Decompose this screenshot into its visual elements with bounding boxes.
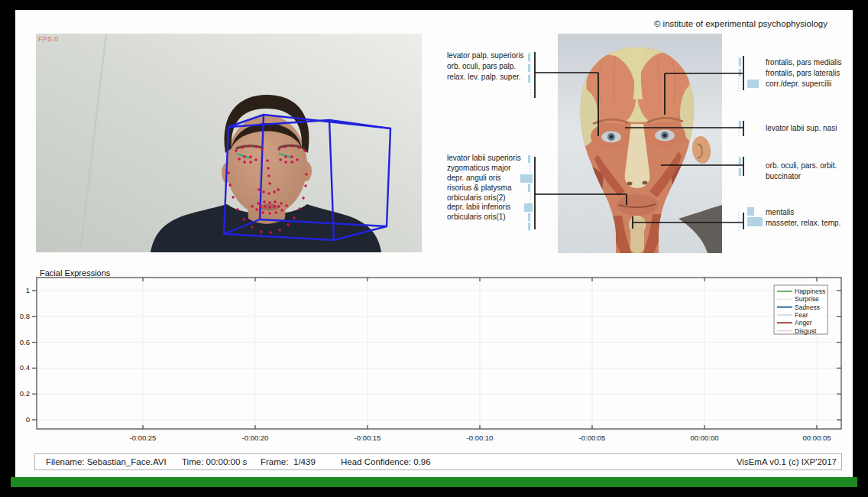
label-group-right-upper: frontalis, pars medialis frontalis, pars… bbox=[766, 57, 841, 89]
x-tick-label: -0:00:25 bbox=[130, 434, 157, 442]
plot-border bbox=[37, 278, 841, 429]
muscle-label: zygomaticus major bbox=[447, 164, 521, 174]
x-tick-label: -0:00:10 bbox=[467, 434, 494, 442]
status-time: Time: 00:00:00 s bbox=[182, 457, 247, 466]
y-tick-label: 0 bbox=[26, 415, 30, 424]
muscle-label: levator labii superioris bbox=[447, 154, 521, 164]
muscle-label: frontalis, pars lateralis bbox=[766, 68, 841, 79]
webcam-video-panel bbox=[36, 34, 422, 252]
facial-expressions-chart[interactable]: -0:00:25-0:00:20-0:00:15-0:00:10-0:00:05… bbox=[15, 266, 853, 454]
status-filename: Filename: Sebastian_Face.AVI bbox=[46, 457, 167, 466]
copyright-text: © institute of experimental psychophysio… bbox=[654, 19, 828, 28]
muscle-label: relax. lev. palp. super. bbox=[447, 72, 524, 83]
status-head-confidence: Head Confidence: 0.96 bbox=[341, 457, 431, 466]
muscle-label: corr./depr. supercilii bbox=[766, 79, 841, 89]
y-tick-label: 1 bbox=[26, 286, 30, 294]
muscle-label: levator labii sup. nasi bbox=[766, 123, 837, 134]
legend-label-fear: Fear bbox=[795, 311, 808, 319]
muscle-label: depr. anguli oris bbox=[447, 174, 521, 184]
y-tick-label: 0.4 bbox=[20, 363, 30, 372]
muscle-label: buccinator bbox=[766, 171, 837, 182]
legend-label-surprise: Surprise bbox=[795, 295, 819, 303]
muscle-label: levator palp. superioris bbox=[447, 50, 524, 61]
status-frame-label: Frame: bbox=[261, 457, 288, 466]
legend-label-disgust: Disgust bbox=[795, 327, 817, 335]
label-group-left-upper: levator palp. superioris orb. oculi, par… bbox=[447, 50, 524, 83]
fps-counter: FPS:0 bbox=[38, 35, 59, 43]
app-window: © institute of experimental psychophysio… bbox=[0, 0, 868, 497]
muscle-diagram-panel bbox=[558, 34, 722, 253]
status-bar: Filename: Sebastian_Face.AVI Time: 00:00… bbox=[34, 453, 842, 470]
muscle-label: orbicularis oris(2) bbox=[447, 193, 521, 203]
status-app-version: VisEmA v0.1 (c) IXP'2017 bbox=[737, 457, 837, 466]
muscle-label: orb. oculi, pars palp. bbox=[447, 61, 524, 72]
legend-label-happiness: Happiness bbox=[795, 287, 825, 295]
y-tick-label: 0.6 bbox=[20, 338, 30, 346]
muscle-label: masseter, relax. temp. bbox=[766, 218, 840, 229]
label-right-mid: levator labii sup. nasi bbox=[766, 123, 837, 134]
muscle-label: depr. labii inferioris bbox=[447, 203, 521, 213]
muscle-head-illustration bbox=[558, 34, 722, 253]
x-tick-label: 00:00:05 bbox=[802, 434, 831, 442]
x-tick-label: 00:00:00 bbox=[690, 434, 718, 442]
legend-label-sadness: Sadness bbox=[795, 304, 820, 311]
x-tick-label: -0:00:20 bbox=[242, 434, 269, 442]
muscle-label: mentalis bbox=[766, 207, 840, 218]
muscle-label: orbicularis oris(1) bbox=[447, 213, 521, 223]
y-tick-label: 0.8 bbox=[20, 312, 30, 320]
muscle-label: risorius & platysma bbox=[447, 184, 521, 193]
y-tick-label: 0.2 bbox=[20, 389, 30, 398]
label-group-right-bottom: mentalis masseter, relax. temp. bbox=[766, 207, 840, 229]
status-frame-value: 1/439 bbox=[293, 457, 316, 466]
legend-label-anger: Anger bbox=[795, 319, 812, 326]
label-group-left-lower: levator labii superioris zygomaticus maj… bbox=[447, 154, 521, 223]
webcam-frame bbox=[36, 34, 422, 252]
label-group-right-lower: orb. oculi, pars. orbit. buccinator bbox=[766, 161, 837, 182]
x-tick-label: -0:00:15 bbox=[355, 434, 381, 442]
x-tick-label: -0:00:05 bbox=[579, 434, 606, 442]
muscle-label: frontalis, pars medialis bbox=[766, 57, 841, 68]
muscle-label: orb. oculi, pars. orbit. bbox=[766, 161, 837, 171]
bottom-green-strip bbox=[11, 477, 857, 487]
